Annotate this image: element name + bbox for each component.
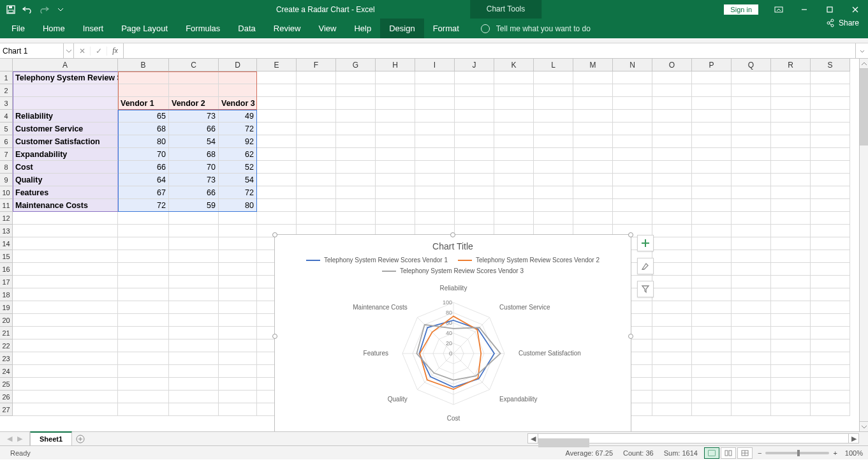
cell-N2[interactable] xyxy=(613,84,652,97)
cell-O6[interactable] xyxy=(652,135,692,148)
cell-E11[interactable] xyxy=(257,199,297,212)
cell-R5[interactable] xyxy=(771,123,811,135)
cell-A20[interactable] xyxy=(13,314,118,327)
cell-M11[interactable] xyxy=(573,199,613,212)
cell-C26[interactable] xyxy=(169,391,219,403)
cell-C8[interactable]: 70 xyxy=(169,161,219,174)
tab-data[interactable]: Data xyxy=(229,19,264,38)
resize-handle-n[interactable] xyxy=(450,232,455,237)
cell-M4[interactable] xyxy=(573,110,613,123)
cell-S21[interactable] xyxy=(811,327,850,339)
cell-C3[interactable]: Vendor 2 xyxy=(169,97,219,110)
cell-P18[interactable] xyxy=(692,288,732,301)
cell-G9[interactable] xyxy=(336,174,376,186)
column-header-Q[interactable]: Q xyxy=(732,59,771,71)
row-header-9[interactable]: 9 xyxy=(0,174,13,186)
tab-view[interactable]: View xyxy=(309,19,345,38)
cell-O7[interactable] xyxy=(652,148,692,161)
select-all-button[interactable] xyxy=(0,59,13,71)
view-page-break-button[interactable] xyxy=(737,447,753,459)
cell-A14[interactable] xyxy=(13,237,118,250)
cell-J7[interactable] xyxy=(455,148,494,161)
cell-I12[interactable] xyxy=(415,212,455,225)
cell-L8[interactable] xyxy=(534,161,573,174)
cell-B26[interactable] xyxy=(118,391,169,403)
cell-S4[interactable] xyxy=(811,110,850,123)
cell-C12[interactable] xyxy=(169,212,219,225)
cell-P26[interactable] xyxy=(692,391,732,403)
cell-I4[interactable] xyxy=(415,110,455,123)
cell-P21[interactable] xyxy=(692,327,732,339)
cell-F1[interactable] xyxy=(297,71,336,84)
cell-C5[interactable]: 66 xyxy=(169,123,219,135)
cell-O15[interactable] xyxy=(652,250,692,263)
cell-B16[interactable] xyxy=(118,263,169,276)
cell-Q1[interactable] xyxy=(732,71,771,84)
cell-I8[interactable] xyxy=(415,161,455,174)
cell-Q5[interactable] xyxy=(732,123,771,135)
cell-M7[interactable] xyxy=(573,148,613,161)
cell-R22[interactable] xyxy=(771,339,811,352)
column-header-A[interactable]: A xyxy=(13,59,118,71)
cell-J12[interactable] xyxy=(455,212,494,225)
cell-O17[interactable] xyxy=(652,276,692,288)
cell-M2[interactable] xyxy=(573,84,613,97)
cell-R7[interactable] xyxy=(771,148,811,161)
cell-E10[interactable] xyxy=(257,186,297,199)
cell-O11[interactable] xyxy=(652,199,692,212)
cell-L11[interactable] xyxy=(534,199,573,212)
tab-page-layout[interactable]: Page Layout xyxy=(112,19,177,38)
cell-E12[interactable] xyxy=(257,212,297,225)
cell-P16[interactable] xyxy=(692,263,732,276)
cell-C14[interactable] xyxy=(169,237,219,250)
scroll-right-button[interactable]: ▶ xyxy=(848,434,858,443)
cell-H5[interactable] xyxy=(376,123,415,135)
cell-Q27[interactable] xyxy=(732,403,771,416)
sheet-nav-next[interactable]: ▶ xyxy=(15,435,24,443)
cell-H7[interactable] xyxy=(376,148,415,161)
cell-Q2[interactable] xyxy=(732,84,771,97)
row-header-27[interactable]: 27 xyxy=(0,403,13,416)
column-header-J[interactable]: J xyxy=(455,59,494,71)
row-header-16[interactable]: 16 xyxy=(0,263,13,276)
cell-O1[interactable] xyxy=(652,71,692,84)
cell-D9[interactable]: 54 xyxy=(219,174,257,186)
cell-Q21[interactable] xyxy=(732,327,771,339)
cell-G6[interactable] xyxy=(336,135,376,148)
cell-E9[interactable] xyxy=(257,174,297,186)
cell-C18[interactable] xyxy=(169,288,219,301)
cell-F9[interactable] xyxy=(297,174,336,186)
tab-review[interactable]: Review xyxy=(265,19,310,38)
cell-R23[interactable] xyxy=(771,352,811,365)
zoom-value[interactable]: 100% xyxy=(845,449,863,457)
cell-N12[interactable] xyxy=(613,212,652,225)
cell-I5[interactable] xyxy=(415,123,455,135)
cell-C9[interactable]: 73 xyxy=(169,174,219,186)
cell-O5[interactable] xyxy=(652,123,692,135)
cell-P22[interactable] xyxy=(692,339,732,352)
cell-N1[interactable] xyxy=(613,71,652,84)
cell-S19[interactable] xyxy=(811,301,850,314)
cell-D26[interactable] xyxy=(219,391,257,403)
cell-M10[interactable] xyxy=(573,186,613,199)
add-sheet-button[interactable] xyxy=(72,432,89,445)
cell-B12[interactable] xyxy=(118,212,169,225)
cell-L6[interactable] xyxy=(534,135,573,148)
cell-O21[interactable] xyxy=(652,327,692,339)
cell-K2[interactable] xyxy=(494,84,534,97)
cell-B23[interactable] xyxy=(118,352,169,365)
cell-K3[interactable] xyxy=(494,97,534,110)
cell-C6[interactable]: 54 xyxy=(169,135,219,148)
cell-D12[interactable] xyxy=(219,212,257,225)
cell-P17[interactable] xyxy=(692,276,732,288)
cell-D14[interactable] xyxy=(219,237,257,250)
cell-E6[interactable] xyxy=(257,135,297,148)
cell-A11[interactable]: Maintenance Costs xyxy=(13,199,118,212)
sheet-tab-sheet1[interactable]: Sheet1 xyxy=(30,431,72,445)
cell-D4[interactable]: 49 xyxy=(219,110,257,123)
cell-A21[interactable] xyxy=(13,327,118,339)
cell-J3[interactable] xyxy=(455,97,494,110)
cell-A17[interactable] xyxy=(13,276,118,288)
cell-M12[interactable] xyxy=(573,212,613,225)
row-header-7[interactable]: 7 xyxy=(0,148,13,161)
